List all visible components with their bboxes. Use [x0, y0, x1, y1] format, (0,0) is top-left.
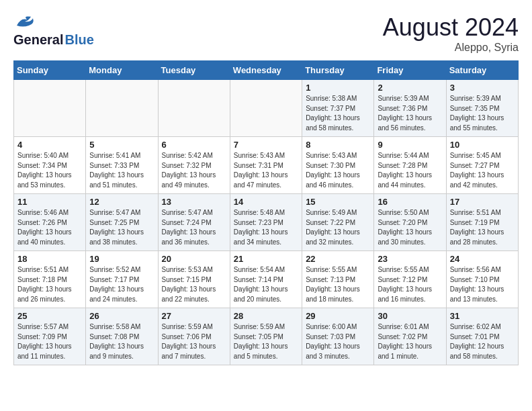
- calendar-day-cell: [158, 80, 230, 137]
- day-info: Sunrise: 5:48 AM Sunset: 7:23 PM Dayligh…: [234, 208, 298, 247]
- day-info: Sunrise: 5:47 AM Sunset: 7:24 PM Dayligh…: [162, 208, 226, 247]
- calendar-day-cell: 14Sunrise: 5:48 AM Sunset: 7:23 PM Dayli…: [230, 194, 302, 251]
- day-info: Sunrise: 5:43 AM Sunset: 7:31 PM Dayligh…: [234, 151, 298, 190]
- calendar-day-cell: 6Sunrise: 5:42 AM Sunset: 7:32 PM Daylig…: [158, 137, 230, 194]
- day-number: 1: [306, 83, 370, 93]
- calendar-day-cell: 21Sunrise: 5:54 AM Sunset: 7:14 PM Dayli…: [230, 251, 302, 308]
- logo-general: General: [13, 32, 63, 48]
- day-number: 9: [378, 140, 442, 150]
- day-number: 11: [17, 197, 82, 207]
- month-year-title: August 2024: [383, 13, 519, 42]
- calendar-day-cell: 8Sunrise: 5:43 AM Sunset: 7:30 PM Daylig…: [302, 137, 374, 194]
- calendar-day-cell: 7Sunrise: 5:43 AM Sunset: 7:31 PM Daylig…: [230, 137, 302, 194]
- day-number: 18: [17, 254, 82, 264]
- day-info: Sunrise: 5:42 AM Sunset: 7:32 PM Dayligh…: [162, 151, 226, 190]
- weekday-header-saturday: Saturday: [446, 61, 518, 80]
- day-info: Sunrise: 5:47 AM Sunset: 7:25 PM Dayligh…: [89, 208, 154, 247]
- calendar-week-row: 11Sunrise: 5:46 AM Sunset: 7:26 PM Dayli…: [14, 194, 519, 251]
- calendar-day-cell: 28Sunrise: 5:59 AM Sunset: 7:05 PM Dayli…: [230, 308, 302, 365]
- day-number: 10: [450, 140, 515, 150]
- day-number: 6: [162, 140, 226, 150]
- location-subtitle: Aleppo, Syria: [383, 42, 519, 54]
- calendar-day-cell: 16Sunrise: 5:50 AM Sunset: 7:20 PM Dayli…: [374, 194, 446, 251]
- day-info: Sunrise: 5:39 AM Sunset: 7:35 PM Dayligh…: [450, 94, 515, 133]
- calendar-day-cell: [14, 80, 86, 137]
- day-number: 15: [306, 197, 370, 207]
- day-info: Sunrise: 5:41 AM Sunset: 7:33 PM Dayligh…: [89, 151, 154, 190]
- calendar-day-cell: 10Sunrise: 5:45 AM Sunset: 7:27 PM Dayli…: [446, 137, 518, 194]
- day-number: 5: [89, 140, 154, 150]
- day-info: Sunrise: 5:54 AM Sunset: 7:14 PM Dayligh…: [234, 265, 298, 304]
- day-number: 4: [17, 140, 82, 150]
- calendar-day-cell: [230, 80, 302, 137]
- weekday-header-friday: Friday: [374, 61, 446, 80]
- calendar-day-cell: 17Sunrise: 5:51 AM Sunset: 7:19 PM Dayli…: [446, 194, 518, 251]
- day-info: Sunrise: 5:55 AM Sunset: 7:12 PM Dayligh…: [378, 265, 442, 304]
- calendar-day-cell: 29Sunrise: 6:00 AM Sunset: 7:03 PM Dayli…: [302, 308, 374, 365]
- day-info: Sunrise: 5:58 AM Sunset: 7:08 PM Dayligh…: [89, 322, 154, 361]
- day-info: Sunrise: 5:50 AM Sunset: 7:20 PM Dayligh…: [378, 208, 442, 247]
- day-number: 21: [234, 254, 298, 264]
- day-info: Sunrise: 5:49 AM Sunset: 7:22 PM Dayligh…: [306, 208, 370, 247]
- calendar-week-row: 1Sunrise: 5:38 AM Sunset: 7:37 PM Daylig…: [14, 80, 519, 137]
- day-info: Sunrise: 5:59 AM Sunset: 7:06 PM Dayligh…: [162, 322, 226, 361]
- weekday-header-sunday: Sunday: [14, 61, 86, 80]
- calendar-day-cell: 31Sunrise: 6:02 AM Sunset: 7:01 PM Dayli…: [446, 308, 518, 365]
- weekday-header-thursday: Thursday: [302, 61, 374, 80]
- calendar-day-cell: 12Sunrise: 5:47 AM Sunset: 7:25 PM Dayli…: [86, 194, 158, 251]
- day-info: Sunrise: 5:46 AM Sunset: 7:26 PM Dayligh…: [17, 208, 82, 247]
- day-number: 2: [378, 83, 442, 93]
- calendar-day-cell: 1Sunrise: 5:38 AM Sunset: 7:37 PM Daylig…: [302, 80, 374, 137]
- weekday-header-monday: Monday: [86, 61, 158, 80]
- day-info: Sunrise: 5:55 AM Sunset: 7:13 PM Dayligh…: [306, 265, 370, 304]
- day-info: Sunrise: 5:40 AM Sunset: 7:34 PM Dayligh…: [17, 151, 82, 190]
- weekday-header-tuesday: Tuesday: [158, 61, 230, 80]
- day-info: Sunrise: 5:53 AM Sunset: 7:15 PM Dayligh…: [162, 265, 226, 304]
- logo-blue: Blue: [64, 32, 93, 48]
- day-info: Sunrise: 5:56 AM Sunset: 7:10 PM Dayligh…: [450, 265, 515, 304]
- day-info: Sunrise: 6:01 AM Sunset: 7:02 PM Dayligh…: [378, 322, 442, 361]
- calendar-day-cell: 22Sunrise: 5:55 AM Sunset: 7:13 PM Dayli…: [302, 251, 374, 308]
- day-info: Sunrise: 5:51 AM Sunset: 7:19 PM Dayligh…: [450, 208, 515, 247]
- calendar-week-row: 18Sunrise: 5:51 AM Sunset: 7:18 PM Dayli…: [14, 251, 519, 308]
- day-info: Sunrise: 5:51 AM Sunset: 7:18 PM Dayligh…: [17, 265, 82, 304]
- calendar-day-cell: 5Sunrise: 5:41 AM Sunset: 7:33 PM Daylig…: [86, 137, 158, 194]
- calendar-day-cell: 19Sunrise: 5:52 AM Sunset: 7:17 PM Dayli…: [86, 251, 158, 308]
- calendar-day-cell: 20Sunrise: 5:53 AM Sunset: 7:15 PM Dayli…: [158, 251, 230, 308]
- calendar-day-cell: 3Sunrise: 5:39 AM Sunset: 7:35 PM Daylig…: [446, 80, 518, 137]
- calendar-week-row: 25Sunrise: 5:57 AM Sunset: 7:09 PM Dayli…: [14, 308, 519, 365]
- calendar-day-cell: 18Sunrise: 5:51 AM Sunset: 7:18 PM Dayli…: [14, 251, 86, 308]
- day-info: Sunrise: 5:59 AM Sunset: 7:05 PM Dayligh…: [234, 322, 298, 361]
- day-info: Sunrise: 5:52 AM Sunset: 7:17 PM Dayligh…: [89, 265, 154, 304]
- calendar-day-cell: 11Sunrise: 5:46 AM Sunset: 7:26 PM Dayli…: [14, 194, 86, 251]
- day-info: Sunrise: 5:39 AM Sunset: 7:36 PM Dayligh…: [378, 94, 442, 133]
- day-info: Sunrise: 5:38 AM Sunset: 7:37 PM Dayligh…: [306, 94, 370, 133]
- day-number: 29: [306, 311, 370, 321]
- calendar-day-cell: 13Sunrise: 5:47 AM Sunset: 7:24 PM Dayli…: [158, 194, 230, 251]
- day-number: 8: [306, 140, 370, 150]
- calendar-day-cell: 24Sunrise: 5:56 AM Sunset: 7:10 PM Dayli…: [446, 251, 518, 308]
- logo: General Blue: [13, 13, 94, 48]
- day-number: 20: [162, 254, 226, 264]
- calendar-day-cell: [86, 80, 158, 137]
- day-number: 30: [378, 311, 442, 321]
- day-number: 12: [89, 197, 154, 207]
- day-number: 25: [17, 311, 82, 321]
- day-number: 17: [450, 197, 515, 207]
- day-info: Sunrise: 5:57 AM Sunset: 7:09 PM Dayligh…: [17, 322, 82, 361]
- day-number: 19: [89, 254, 154, 264]
- day-number: 16: [378, 197, 442, 207]
- weekday-header-wednesday: Wednesday: [230, 61, 302, 80]
- day-info: Sunrise: 5:45 AM Sunset: 7:27 PM Dayligh…: [450, 151, 515, 190]
- day-number: 22: [306, 254, 370, 264]
- day-info: Sunrise: 6:00 AM Sunset: 7:03 PM Dayligh…: [306, 322, 370, 361]
- calendar-day-cell: 9Sunrise: 5:44 AM Sunset: 7:28 PM Daylig…: [374, 137, 446, 194]
- day-number: 14: [234, 197, 298, 207]
- calendar-table: SundayMondayTuesdayWednesdayThursdayFrid…: [13, 60, 519, 365]
- day-number: 26: [89, 311, 154, 321]
- day-number: 28: [234, 311, 298, 321]
- day-number: 31: [450, 311, 515, 321]
- calendar-day-cell: 30Sunrise: 6:01 AM Sunset: 7:02 PM Dayli…: [374, 308, 446, 365]
- calendar-day-cell: 23Sunrise: 5:55 AM Sunset: 7:12 PM Dayli…: [374, 251, 446, 308]
- day-number: 7: [234, 140, 298, 150]
